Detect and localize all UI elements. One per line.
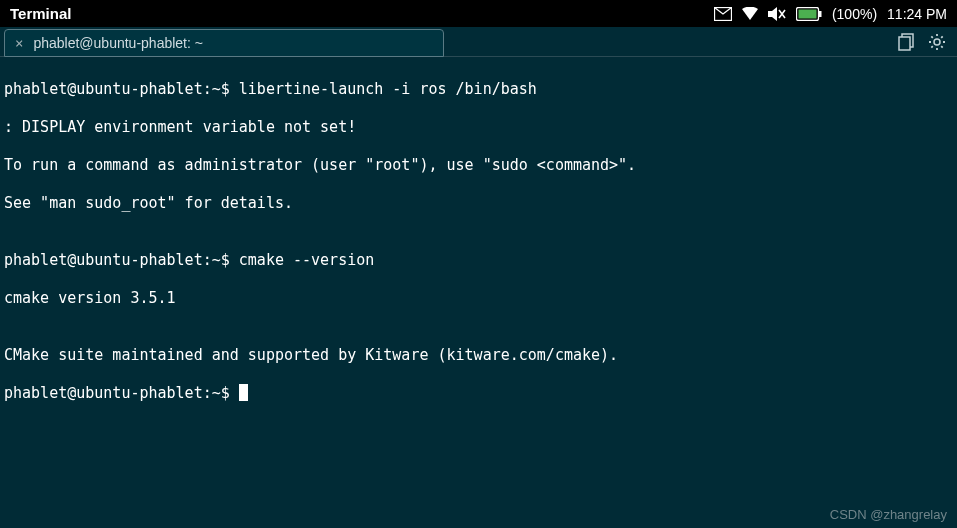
tab-title: phablet@ubuntu-phablet: ~ bbox=[33, 35, 203, 51]
output-line: : DISPLAY environment variable not set! bbox=[4, 118, 953, 137]
battery-icon[interactable] bbox=[796, 7, 822, 21]
tab-bar: × phablet@ubuntu-phablet: ~ bbox=[0, 27, 957, 57]
command-text: cmake --version bbox=[239, 251, 374, 269]
svg-rect-5 bbox=[798, 9, 816, 18]
battery-percentage: (100%) bbox=[832, 6, 877, 22]
shell-prompt: phablet@ubuntu-phablet:~$ bbox=[4, 80, 239, 98]
tab-actions bbox=[897, 32, 953, 52]
output-line: CMake suite maintained and supported by … bbox=[4, 346, 953, 365]
shell-prompt: phablet@ubuntu-phablet:~$ bbox=[4, 384, 239, 402]
output-line: cmake version 3.5.1 bbox=[4, 289, 953, 308]
svg-point-8 bbox=[934, 39, 940, 45]
shell-prompt: phablet@ubuntu-phablet:~$ bbox=[4, 251, 239, 269]
clock-time: 11:24 PM bbox=[887, 6, 947, 22]
app-title: Terminal bbox=[10, 5, 71, 22]
top-status-bar: Terminal (100%) 11:24 PM bbox=[0, 0, 957, 27]
output-line: See "man sudo_root" for details. bbox=[4, 194, 953, 213]
close-icon[interactable]: × bbox=[15, 35, 23, 51]
cursor-block bbox=[239, 384, 248, 401]
svg-rect-7 bbox=[899, 37, 910, 50]
mail-icon[interactable] bbox=[714, 7, 732, 21]
copy-icon[interactable] bbox=[897, 32, 917, 52]
status-icons-area: (100%) 11:24 PM bbox=[714, 6, 947, 22]
watermark-text: CSDN @zhangrelay bbox=[830, 507, 947, 522]
command-text: libertine-launch -i ros /bin/bash bbox=[239, 80, 537, 98]
wifi-icon[interactable] bbox=[742, 7, 758, 21]
volume-muted-icon[interactable] bbox=[768, 6, 786, 22]
terminal-tab[interactable]: × phablet@ubuntu-phablet: ~ bbox=[4, 29, 444, 57]
gear-icon[interactable] bbox=[927, 32, 947, 52]
svg-rect-4 bbox=[819, 11, 822, 17]
output-line: To run a command as administrator (user … bbox=[4, 156, 953, 175]
terminal-output[interactable]: phablet@ubuntu-phablet:~$ libertine-laun… bbox=[0, 57, 957, 426]
